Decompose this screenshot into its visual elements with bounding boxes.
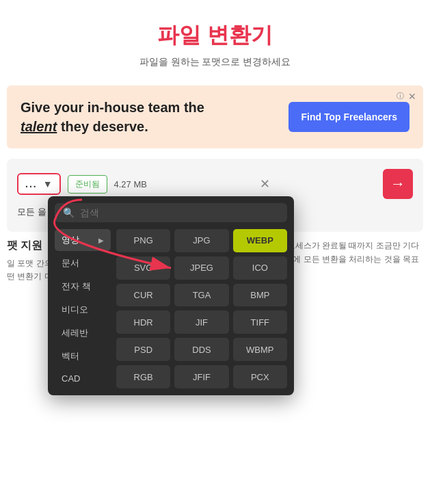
category-item-세레반[interactable]: 세레반 [55,322,111,344]
format-button-rgb[interactable]: RGB [116,365,170,388]
ad-info-icon: ⓘ [397,91,404,101]
format-button-cur[interactable]: CUR [116,284,170,307]
format-button-jif[interactable]: JIF [174,310,228,334]
format-grid: PNGJPGWEBPSVGJPEGICOCURTGABMPHDRJIFTIFFP… [116,229,287,388]
format-dropdown-panel: 🔍 영상▶문서전자 책비디오세레반벡터CAD PNGJPGWEBPSVGJPEG… [48,196,294,395]
format-button-hdr[interactable]: HDR [116,310,170,334]
format-button-jpeg[interactable]: JPEG [174,256,228,280]
category-arrow-icon: ▶ [98,237,104,244]
category-item-비디오[interactable]: 비디오 [55,299,111,321]
format-button-webp[interactable]: WEBP [233,229,287,252]
format-button-jfif[interactable]: JFIF [174,365,228,388]
format-button-ico[interactable]: ICO [233,256,287,280]
format-button-bmp[interactable]: BMP [233,284,287,307]
format-dropdown[interactable]: ... ▼ [17,173,61,195]
category-item-영상[interactable]: 영상▶ [55,229,111,251]
header: 파일 변환기 파일을 원하는 포맷으로 변경하세요 [0,0,430,75]
category-item-전자 책[interactable]: 전자 책 [55,276,111,297]
ad-close-icon[interactable]: ✕ [408,91,416,102]
format-button-jpg[interactable]: JPG [174,229,228,252]
page-subtitle: 파일을 원하는 포맷으로 변경하세요 [14,56,416,68]
format-button-png[interactable]: PNG [116,229,170,252]
ad-find-freelancers-button[interactable]: Find Top Freelancers [288,102,409,132]
ad-text: Give your in-house team the talent they … [21,98,212,136]
file-size-label: 4.27 MB [114,179,147,189]
format-button-pcx[interactable]: PCX [233,365,287,388]
converter-area: ... ▼ 준비됨 4.27 MB ✕ → 모든 을 다음으로 변환 🔍 영상▶… [7,159,423,232]
format-button-tiff[interactable]: TIFF [233,310,287,334]
search-row: 🔍 [55,203,287,222]
search-input[interactable] [80,207,279,218]
ad-text-part1: Give your in-house team the [21,100,204,115]
format-button-dds[interactable]: DDS [174,338,228,361]
ad-banner: Give your in-house team the talent they … [7,85,423,148]
status-badge: 준비됨 [68,175,107,194]
category-item-문서[interactable]: 문서 [55,252,111,274]
ad-text-part2: they deserve. [57,119,148,134]
format-dots-label: ... [25,178,38,189]
format-button-wbmp[interactable]: WBMP [233,338,287,361]
category-item-벡터[interactable]: 벡터 [55,345,111,367]
search-icon: 🔍 [63,207,75,218]
format-button-tga[interactable]: TGA [174,284,228,307]
ad-text-italic: talent [21,119,57,134]
page-title: 파일 변환기 [14,21,416,51]
categories-list: 영상▶문서전자 책비디오세레반벡터CAD [55,229,116,388]
category-item-CAD[interactable]: CAD [55,369,111,388]
panel-body: 영상▶문서전자 책비디오세레반벡터CAD PNGJPGWEBPSVGJPEGIC… [55,229,287,388]
file-row: ... ▼ 준비됨 4.27 MB ✕ → [17,169,413,199]
chevron-down-icon: ▼ [43,178,53,189]
format-button-svg[interactable]: SVG [116,256,170,280]
close-icon[interactable]: ✕ [260,176,270,191]
convert-button[interactable]: → [383,169,413,199]
format-button-psd[interactable]: PSD [116,338,170,361]
